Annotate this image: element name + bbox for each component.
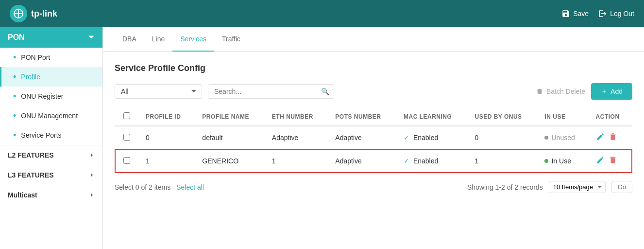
items-per-page: 10 Items/page [549,181,606,193]
row-checkbox[interactable] [123,134,130,141]
col-profile-name: PROFILE NAME [194,107,264,126]
go-button[interactable]: Go [611,181,632,193]
cell-used-by-onus: 0 [467,126,537,149]
tabs-nav: DBA Line Services Traffic [103,27,644,52]
row-checkbox[interactable] [123,157,130,164]
col-mac-learning: MAC LEARNING [396,107,467,126]
status-dot-inuse [544,159,548,163]
logo: tp-link [10,5,57,22]
col-used-by-onus: USED BY ONUS [467,107,537,126]
cell-pots-number: Adaptive [327,126,396,149]
sidebar-item-onu-management[interactable]: • ONU Management [0,106,102,125]
footer-left: Select 0 of 2 items Select all [115,183,204,191]
showing-label: Showing 1-2 of 2 records [467,183,543,191]
toolbar-right: Batch Delete ＋ Add [536,83,632,100]
search-wrapper: 🔍 [208,84,334,99]
sidebar: PON • PON Port • Profile • ONU Register … [0,27,103,249]
sidebar-item-pon-port[interactable]: • PON Port [0,48,102,67]
save-icon [561,9,570,18]
header-actions: Save Log Out [561,9,634,18]
sidebar-group-l2-features[interactable]: L2 FEATURES [0,145,102,165]
cell-action [588,149,632,173]
select-count-label: Select 0 of 2 items [115,183,170,191]
sidebar-section-pon[interactable]: PON [0,27,102,48]
sidebar-item-profile[interactable]: • Profile [0,67,102,87]
main-content: DBA Line Services Traffic Service Profil… [103,27,644,249]
page-title: Service Profile Config [115,63,632,73]
col-action: ACTION [588,107,632,126]
tab-dba[interactable]: DBA [115,27,144,52]
chevron-down-icon [88,34,95,41]
page-size-select[interactable]: 10 Items/page [549,181,606,193]
content-area: Service Profile Config All 🔍 Batch Delet… [103,52,644,205]
edit-icon [596,156,605,164]
tab-traffic[interactable]: Traffic [214,27,248,52]
save-button[interactable]: Save [561,9,589,18]
cell-action [588,126,632,149]
select-all-checkbox[interactable] [123,112,130,119]
check-icon: ✓ [404,134,409,142]
trash-icon [536,88,543,95]
table-row: 1 GENERICO 1 Adaptive ✓ Enabled 1 [115,149,632,173]
cell-profile-id: 1 [138,149,194,173]
select-all-link[interactable]: Select all [176,183,204,191]
profiles-table: PROFILE ID PROFILE NAME ETH NUMBER POTS … [115,107,632,173]
col-in-use: IN USE [537,107,588,126]
delete-button[interactable] [609,132,617,143]
header: tp-link Save Log Out [0,0,644,27]
logo-icon [10,5,27,22]
col-profile-id: PROFILE ID [138,107,194,126]
footer-right: Showing 1-2 of 2 records 10 Items/page G… [467,181,632,193]
table-wrapper: PROFILE ID PROFILE NAME ETH NUMBER POTS … [115,107,632,173]
cell-mac-learning: ✓ Enabled [396,149,467,173]
cell-profile-name: GENERICO [194,149,264,173]
table-row: 0 default Adaptive Adaptive ✓ Enabled 0 [115,126,632,149]
logout-icon [598,9,607,18]
col-pots-number: POTS NUMBER [327,107,396,126]
delete-button[interactable] [609,156,617,166]
sidebar-item-service-ports[interactable]: • Service Ports [0,125,102,145]
delete-icon [609,132,617,141]
sidebar-group-multicast[interactable]: Multicast [0,185,102,205]
chevron-right-icon [89,152,95,158]
cell-mac-learning: ✓ Enabled [396,126,467,149]
logo-text: tp-link [31,9,57,19]
cell-used-by-onus: 1 [467,149,537,173]
cell-profile-id: 0 [138,126,194,149]
chevron-right-icon [89,192,95,198]
cell-in-use: In Use [537,149,588,173]
add-button[interactable]: ＋ Add [591,83,632,100]
batch-delete-button[interactable]: Batch Delete [536,88,585,95]
edit-button[interactable] [596,156,605,166]
tab-services[interactable]: Services [172,27,214,52]
table-footer: Select 0 of 2 items Select all Showing 1… [115,181,632,193]
filter-dropdown[interactable]: All [115,84,202,99]
cell-pots-number: Adaptive [327,149,396,173]
chevron-right-icon [89,172,95,178]
action-buttons [596,156,624,166]
delete-icon [609,156,617,164]
logout-button[interactable]: Log Out [598,9,634,18]
edit-icon [596,132,605,141]
tab-line[interactable]: Line [144,27,172,52]
search-input[interactable] [208,84,334,99]
action-buttons [596,132,624,143]
col-eth-number: ETH NUMBER [264,107,327,126]
status-inuse: In Use [544,157,580,165]
check-icon: ✓ [404,157,409,165]
row-checkbox-cell [115,126,138,149]
cell-eth-number: 1 [264,149,327,173]
edit-button[interactable] [596,132,605,143]
cell-in-use: Unused [537,126,588,149]
toolbar: All 🔍 Batch Delete ＋ Add [115,83,632,100]
status-dot-unused [544,136,548,140]
sidebar-item-onu-register[interactable]: • ONU Register [0,87,102,106]
status-unused: Unused [544,134,580,142]
sidebar-group-l3-features[interactable]: L3 FEATURES [0,165,102,185]
row-checkbox-cell [115,149,138,173]
cell-eth-number: Adaptive [264,126,327,149]
header-checkbox-cell [115,107,138,126]
table-header-row: PROFILE ID PROFILE NAME ETH NUMBER POTS … [115,107,632,126]
cell-profile-name: default [194,126,264,149]
search-icon: 🔍 [321,88,329,95]
